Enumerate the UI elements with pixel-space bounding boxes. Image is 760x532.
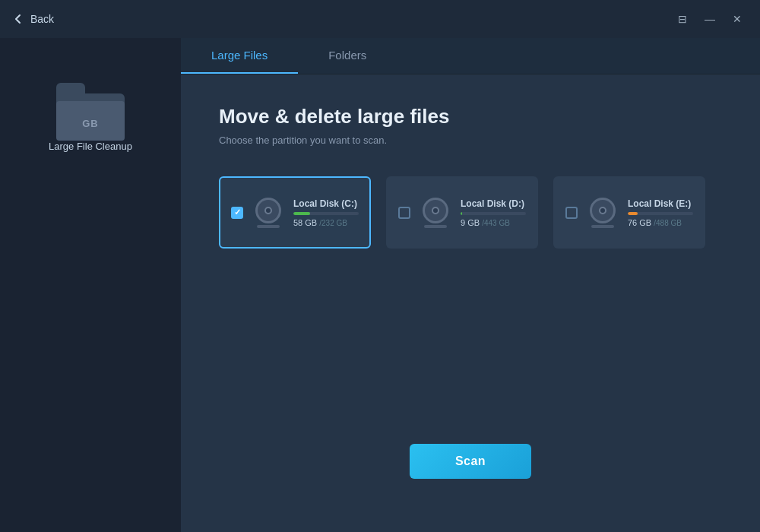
scan-button[interactable]: Scan [410, 444, 531, 479]
disk-info-d: Local Disk (D:) 9 GB /443 GB [461, 198, 526, 227]
disk-bar-fill-c [293, 212, 310, 215]
window-controls: ⊟ — ✕ [672, 8, 748, 30]
disk-bar-e [628, 212, 693, 215]
maximize-button[interactable]: ⊟ [672, 8, 693, 30]
disk-bar-fill-e [628, 212, 638, 215]
disk-card-d[interactable]: Local Disk (D:) 9 GB /443 GB [386, 176, 538, 249]
disk-checkbox-c[interactable] [231, 207, 243, 219]
disk-card-c[interactable]: Local Disk (C:) 58 GB /232 GB [219, 176, 371, 249]
folder-front: GB [56, 101, 125, 141]
content-panel: Large Files Folders Move & delete large … [181, 38, 760, 532]
disk-info-c: Local Disk (C:) 58 GB /232 GB [293, 198, 359, 227]
disk-bar-d [461, 212, 526, 215]
disk-checkbox-d[interactable] [398, 207, 410, 219]
back-button[interactable]: Back [12, 13, 54, 25]
main-layout: GB Large File Cleanup Large Files Folder… [0, 38, 760, 532]
disk-name-e: Local Disk (E:) [628, 198, 693, 209]
disk-cards-container: Local Disk (C:) 58 GB /232 GB [219, 176, 722, 249]
disk-drive-icon-c [252, 197, 284, 229]
sidebar: GB Large File Cleanup [0, 38, 181, 532]
content-area: Move & delete large files Choose the par… [181, 74, 760, 532]
disk-name-d: Local Disk (D:) [461, 198, 526, 209]
tab-folders[interactable]: Folders [298, 38, 397, 74]
disk-info-e: Local Disk (E:) 76 GB /488 GB [628, 198, 693, 227]
disk-drive-icon-d [420, 197, 451, 229]
page-subtitle: Choose the partition you want to scan. [219, 135, 722, 146]
back-label: Back [30, 13, 54, 25]
minimize-button[interactable]: — [699, 8, 720, 30]
page-title: Move & delete large files [219, 105, 722, 128]
disk-size-c: 58 GB /232 GB [293, 218, 359, 227]
disk-bar-c [293, 212, 359, 215]
disk-card-e[interactable]: Local Disk (E:) 76 GB /488 GB [553, 176, 705, 249]
disk-size-d: 9 GB /443 GB [461, 218, 526, 227]
tab-large-files[interactable]: Large Files [181, 38, 298, 74]
sidebar-folder-icon: GB [56, 84, 125, 141]
disk-name-c: Local Disk (C:) [293, 198, 359, 209]
disk-bar-fill-d [461, 212, 462, 215]
disk-size-e: 76 GB /488 GB [628, 218, 693, 227]
disk-drive-icon-e [587, 197, 619, 229]
close-button[interactable]: ✕ [727, 8, 748, 30]
scan-area: Scan [219, 249, 722, 502]
back-arrow-icon [12, 13, 24, 25]
tab-bar: Large Files Folders [181, 38, 760, 74]
folder-icon-label: GB [56, 118, 125, 129]
disk-checkbox-e[interactable] [565, 207, 578, 219]
sidebar-feature-label: Large File Cleanup [49, 141, 132, 152]
title-bar: Back ⊟ — ✕ [0, 0, 760, 38]
